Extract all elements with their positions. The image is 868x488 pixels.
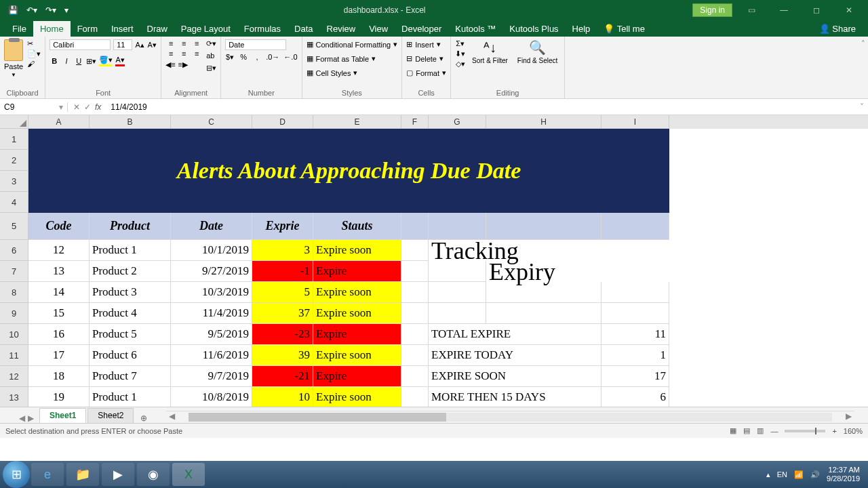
sort-filter-button[interactable]: ᴬ↓ Sort & Filter xyxy=(469,39,511,64)
wrap-text-button[interactable]: ab xyxy=(206,51,216,60)
hscroll-right-icon[interactable]: ▶ xyxy=(843,411,854,423)
format-cells-button[interactable]: ▢ Format ▾ xyxy=(406,68,446,78)
increase-font-icon[interactable]: A▴ xyxy=(135,41,144,49)
col-header-D[interactable]: D xyxy=(252,115,313,129)
tab-data[interactable]: Data xyxy=(288,21,319,37)
header-cell[interactable]: Product xyxy=(90,213,171,240)
bold-button[interactable]: B xyxy=(50,57,59,65)
tab-developer[interactable]: Developer xyxy=(395,21,448,37)
italic-button[interactable]: I xyxy=(62,57,71,65)
cell[interactable]: 10/3/2019 xyxy=(171,282,252,303)
taskbar-media-icon[interactable]: ▶ xyxy=(102,463,134,486)
taskbar-explorer-icon[interactable]: 📁 xyxy=(66,463,99,486)
cell[interactable]: Expire soon xyxy=(313,345,401,366)
cell[interactable]: EXPIRE TODAY xyxy=(429,345,601,366)
merge-center-button[interactable]: ⊟▾ xyxy=(206,63,216,73)
cell[interactable] xyxy=(401,366,429,387)
cell[interactable]: 11 xyxy=(601,324,669,345)
col-header-I[interactable]: I xyxy=(601,115,669,129)
row-header[interactable]: 4 xyxy=(0,192,28,213)
cell[interactable]: Expire soon xyxy=(313,387,401,407)
font-color-icon[interactable]: A▾ xyxy=(115,56,125,66)
taskbar-excel-icon[interactable]: X xyxy=(172,463,205,486)
spreadsheet-grid[interactable]: 1234Alerts About Approaching Due Date5Co… xyxy=(0,129,868,407)
cell[interactable]: Product 6 xyxy=(90,345,171,366)
close-icon[interactable]: ✕ xyxy=(835,5,863,15)
cell[interactable]: 39 xyxy=(252,345,313,366)
cell[interactable]: 9/5/2019 xyxy=(171,324,252,345)
row-header[interactable]: 12 xyxy=(0,366,28,387)
currency-icon[interactable]: $▾ xyxy=(225,53,235,62)
header-cell[interactable] xyxy=(486,213,601,240)
cell[interactable]: 17 xyxy=(28,345,90,366)
decrease-indent-icon[interactable]: ◀≡ xyxy=(165,60,175,69)
cell[interactable] xyxy=(401,240,429,261)
font-size-select[interactable]: 11 xyxy=(113,39,132,50)
cell[interactable]: Expire xyxy=(313,324,401,345)
cell[interactable]: 9/27/2019 xyxy=(171,261,252,282)
col-header-H[interactable]: H xyxy=(486,115,601,129)
enter-formula-icon[interactable]: ✓ xyxy=(84,102,91,112)
cell[interactable]: 1 xyxy=(601,345,669,366)
cell[interactable]: MORE THEN 15 DAYS xyxy=(429,387,601,407)
insert-cells-button[interactable]: ⊞ Insert ▾ xyxy=(406,39,441,49)
taskbar-clock[interactable]: 12:37 AM9/28/2019 xyxy=(827,466,860,483)
cell[interactable] xyxy=(401,387,429,407)
cell[interactable] xyxy=(429,282,486,303)
cell[interactable]: 18 xyxy=(28,366,90,387)
header-cell[interactable] xyxy=(601,213,669,240)
tab-pagelayout[interactable]: Page Layout xyxy=(174,21,237,37)
formula-input[interactable]: 11/4/2019 xyxy=(106,102,856,112)
select-all-button[interactable] xyxy=(0,115,28,129)
minimize-icon[interactable]: — xyxy=(770,5,797,15)
cell[interactable] xyxy=(429,303,486,324)
row-header[interactable]: 3 xyxy=(0,171,28,192)
share-button[interactable]: 👤 Share xyxy=(812,21,863,37)
hscroll-left-icon[interactable]: ◀ xyxy=(166,411,178,423)
header-cell[interactable] xyxy=(401,213,429,240)
zoom-out-icon[interactable]: — xyxy=(770,427,778,435)
cell[interactable]: 17 xyxy=(601,366,669,387)
ribbon-display-icon[interactable]: ▭ xyxy=(738,5,765,15)
cell[interactable]: 13 xyxy=(28,261,90,282)
cell[interactable]: Product 1 xyxy=(90,387,171,407)
underline-button[interactable]: U xyxy=(74,57,83,65)
cell[interactable]: Expire soon xyxy=(313,240,401,261)
qat-customize-icon[interactable]: ▾ xyxy=(64,5,68,15)
cell[interactable]: -1 xyxy=(252,261,313,282)
row-header[interactable]: 9 xyxy=(0,303,28,324)
col-header-E[interactable]: E xyxy=(313,115,401,129)
align-left-icon[interactable]: ≡ xyxy=(165,49,176,58)
tab-formulas[interactable]: Formulas xyxy=(237,21,288,37)
cell[interactable]: 15 xyxy=(28,303,90,324)
tab-kutoolsplus[interactable]: Kutools Plus xyxy=(502,21,565,37)
increase-indent-icon[interactable]: ≡▶ xyxy=(178,60,188,69)
cell[interactable]: Product 5 xyxy=(90,324,171,345)
row-header[interactable]: 8 xyxy=(0,282,28,303)
cell[interactable]: 10/8/2019 xyxy=(171,387,252,407)
cell[interactable]: 9/7/2019 xyxy=(171,366,252,387)
help-lightbulb-icon[interactable]: 💡 Tell me xyxy=(597,21,652,37)
col-header-C[interactable]: C xyxy=(171,115,252,129)
align-center-icon[interactable]: ≡ xyxy=(178,49,189,58)
tab-draw[interactable]: Draw xyxy=(140,21,174,37)
hscroll-thumb[interactable] xyxy=(189,413,446,422)
cell[interactable]: 10/1/2019 xyxy=(171,240,252,261)
conditional-formatting-button[interactable]: ▦ Conditional Formatting ▾ xyxy=(307,39,398,49)
col-header-B[interactable]: B xyxy=(90,115,171,129)
cell[interactable]: 5 xyxy=(252,282,313,303)
header-cell[interactable]: Stauts xyxy=(313,213,401,240)
cell[interactable]: 37 xyxy=(252,303,313,324)
cell[interactable] xyxy=(401,261,429,282)
row-header[interactable]: 7 xyxy=(0,261,28,282)
align-middle-icon[interactable]: ≡ xyxy=(178,39,189,47)
row-header[interactable]: 1 xyxy=(0,129,28,150)
font-name-select[interactable]: Calibri xyxy=(50,39,111,50)
fill-icon[interactable]: ⬇▾ xyxy=(455,49,465,58)
cell[interactable] xyxy=(401,345,429,366)
cell[interactable]: Product 7 xyxy=(90,366,171,387)
cut-icon[interactable]: ✂ xyxy=(27,39,41,48)
cell[interactable] xyxy=(486,303,601,324)
taskbar-ie-icon[interactable]: e xyxy=(31,463,64,486)
cell[interactable]: Product 3 xyxy=(90,282,171,303)
